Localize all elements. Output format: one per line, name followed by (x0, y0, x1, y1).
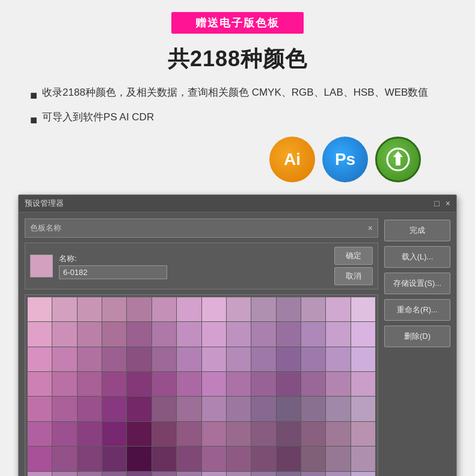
color-cell[interactable] (202, 422, 226, 446)
color-cell[interactable] (202, 297, 226, 321)
color-cell[interactable] (127, 347, 151, 371)
color-cell[interactable] (251, 372, 275, 396)
rename-button[interactable]: 重命名(R)... (384, 299, 450, 321)
color-cell[interactable] (102, 322, 126, 346)
color-cell[interactable] (277, 347, 301, 371)
color-cell[interactable] (152, 372, 176, 396)
color-cell[interactable] (326, 422, 350, 446)
color-cell[interactable] (127, 472, 151, 476)
color-cell[interactable] (202, 472, 226, 476)
color-cell[interactable] (52, 322, 76, 346)
color-cell[interactable] (227, 397, 251, 421)
color-cell[interactable] (152, 447, 176, 471)
color-cell[interactable] (277, 472, 301, 476)
color-cell[interactable] (102, 372, 126, 396)
color-cell[interactable] (251, 347, 275, 371)
color-cell[interactable] (326, 347, 350, 371)
color-cell[interactable] (78, 297, 102, 321)
color-cell[interactable] (351, 322, 375, 346)
color-cell[interactable] (326, 372, 350, 396)
color-cell[interactable] (78, 472, 102, 476)
color-cell[interactable] (251, 447, 275, 471)
color-cell[interactable] (152, 347, 176, 371)
color-cell[interactable] (152, 322, 176, 346)
color-cell[interactable] (227, 347, 251, 371)
color-cell[interactable] (301, 322, 325, 346)
color-cell[interactable] (52, 447, 76, 471)
color-cell[interactable] (227, 447, 251, 471)
color-cell[interactable] (301, 472, 325, 476)
color-name-close-icon[interactable]: × (368, 223, 373, 233)
color-cell[interactable] (351, 297, 375, 321)
color-cell[interactable] (301, 297, 325, 321)
color-cell[interactable] (277, 372, 301, 396)
confirm-button[interactable]: 确定 (334, 247, 373, 265)
color-cell[interactable] (326, 322, 350, 346)
color-cell[interactable] (227, 297, 251, 321)
color-cell[interactable] (52, 397, 76, 421)
color-cell[interactable] (177, 447, 201, 471)
color-cell[interactable] (301, 397, 325, 421)
color-cell[interactable] (227, 472, 251, 476)
color-cell[interactable] (52, 297, 76, 321)
color-cell[interactable] (127, 372, 151, 396)
color-cell[interactable] (127, 322, 151, 346)
color-cell[interactable] (326, 397, 350, 421)
color-cell[interactable] (251, 472, 275, 476)
color-cell[interactable] (127, 297, 151, 321)
color-cell[interactable] (127, 447, 151, 471)
color-cell[interactable] (251, 322, 275, 346)
color-cell[interactable] (326, 472, 350, 476)
color-cell[interactable] (251, 397, 275, 421)
color-cell[interactable] (202, 372, 226, 396)
color-cell[interactable] (326, 447, 350, 471)
color-cell[interactable] (177, 397, 201, 421)
color-cell[interactable] (102, 472, 126, 476)
color-cell[interactable] (152, 397, 176, 421)
color-cell[interactable] (78, 397, 102, 421)
color-cell[interactable] (78, 372, 102, 396)
color-cell[interactable] (301, 447, 325, 471)
color-cell[interactable] (78, 447, 102, 471)
color-cell[interactable] (277, 297, 301, 321)
color-cell[interactable] (28, 397, 52, 421)
color-cell[interactable] (351, 422, 375, 446)
color-cell[interactable] (326, 297, 350, 321)
color-cell[interactable] (351, 472, 375, 476)
delete-button[interactable]: 删除(D) (384, 326, 450, 347)
color-cell[interactable] (351, 372, 375, 396)
color-cell[interactable] (28, 322, 52, 346)
color-cell[interactable] (227, 322, 251, 346)
color-cell[interactable] (351, 347, 375, 371)
color-cell[interactable] (251, 422, 275, 446)
color-cell[interactable] (251, 297, 275, 321)
color-cell[interactable] (78, 347, 102, 371)
color-cell[interactable] (301, 347, 325, 371)
color-cell[interactable] (152, 422, 176, 446)
done-button[interactable]: 完成 (384, 220, 450, 241)
color-cell[interactable] (127, 397, 151, 421)
color-cell[interactable] (28, 472, 52, 476)
color-cell[interactable] (152, 472, 176, 476)
color-cell[interactable] (227, 372, 251, 396)
color-cell[interactable] (177, 347, 201, 371)
close-icon[interactable]: × (446, 199, 450, 208)
color-name-input[interactable] (59, 265, 167, 279)
color-cell[interactable] (28, 347, 52, 371)
color-cell[interactable] (177, 297, 201, 321)
load-button[interactable]: 载入(L)... (384, 246, 450, 268)
color-cell[interactable] (102, 447, 126, 471)
color-cell[interactable] (277, 422, 301, 446)
color-cell[interactable] (202, 397, 226, 421)
color-cell[interactable] (351, 447, 375, 471)
color-cell[interactable] (177, 472, 201, 476)
cancel-button[interactable]: 取消 (334, 267, 373, 285)
color-cell[interactable] (102, 422, 126, 446)
color-cell[interactable] (52, 422, 76, 446)
color-cell[interactable] (227, 422, 251, 446)
color-cell[interactable] (52, 372, 76, 396)
color-cell[interactable] (127, 422, 151, 446)
minimize-icon[interactable]: □ (434, 199, 439, 208)
color-cell[interactable] (177, 372, 201, 396)
color-cell[interactable] (277, 397, 301, 421)
